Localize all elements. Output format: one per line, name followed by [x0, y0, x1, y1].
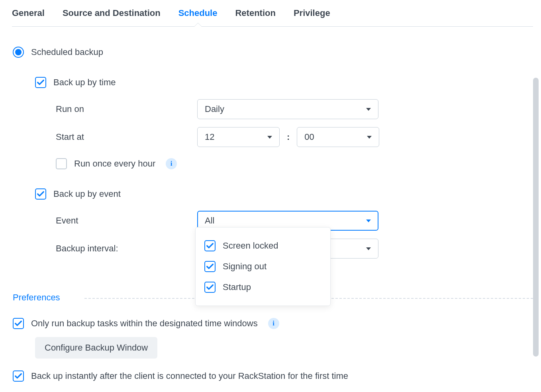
- backup-by-time-row: Back up by time: [35, 77, 533, 88]
- tab-general[interactable]: General: [12, 8, 45, 18]
- backup-by-time-checkbox[interactable]: [35, 77, 46, 88]
- info-icon[interactable]: i: [166, 158, 177, 169]
- tabs-bar: General Source and Destination Schedule …: [12, 8, 533, 27]
- event-signing-out-label: Signing out: [223, 261, 267, 272]
- event-screen-locked-checkbox[interactable]: [204, 240, 216, 251]
- scheduled-backup-label: Scheduled backup: [31, 47, 103, 57]
- check-icon: [14, 372, 23, 380]
- check-icon: [206, 283, 214, 292]
- event-dropdown-panel: Screen locked Signing out Startup: [195, 227, 331, 306]
- time-separator: :: [287, 132, 290, 142]
- run-hourly-checkbox[interactable]: [56, 158, 67, 169]
- check-icon: [36, 78, 45, 87]
- run-on-select[interactable]: Daily: [197, 99, 378, 119]
- start-hour-select[interactable]: 12: [197, 127, 280, 147]
- run-on-row: Run on Daily: [56, 99, 533, 119]
- check-icon: [206, 241, 214, 250]
- instant-backup-checkbox[interactable]: [13, 370, 24, 382]
- check-icon: [206, 262, 214, 271]
- tab-source-destination[interactable]: Source and Destination: [63, 8, 161, 18]
- event-option-screen-locked[interactable]: Screen locked: [204, 235, 321, 256]
- scheduled-backup-row: Scheduled backup: [13, 47, 533, 58]
- start-at-label: Start at: [56, 132, 197, 142]
- event-startup-label: Startup: [223, 282, 251, 292]
- time-windows-label: Only run backup tasks within the designa…: [31, 318, 258, 329]
- chevron-down-icon: [366, 247, 371, 250]
- backup-by-event-label: Back up by event: [53, 189, 121, 199]
- tab-schedule[interactable]: Schedule: [178, 8, 218, 18]
- chevron-down-icon: [367, 136, 372, 139]
- scrollbar-thumb[interactable]: [533, 78, 539, 357]
- scheduled-backup-radio[interactable]: [13, 47, 24, 58]
- start-hour-value: 12: [205, 132, 214, 142]
- backup-by-event-checkbox[interactable]: [35, 188, 46, 200]
- event-option-signing-out[interactable]: Signing out: [204, 256, 321, 277]
- run-on-value: Daily: [205, 104, 224, 114]
- info-icon[interactable]: i: [268, 318, 279, 329]
- tab-retention[interactable]: Retention: [235, 8, 275, 18]
- event-label: Event: [56, 216, 197, 226]
- run-on-label: Run on: [56, 104, 197, 114]
- instant-backup-row: Back up instantly after the client is co…: [13, 370, 533, 382]
- chevron-down-icon: [366, 108, 371, 111]
- tab-privilege[interactable]: Privilege: [294, 8, 330, 18]
- start-minute-value: 00: [304, 132, 314, 142]
- backup-by-event-row: Back up by event: [35, 188, 533, 200]
- backup-by-time-label: Back up by time: [53, 77, 116, 88]
- run-hourly-label: Run once every hour: [74, 159, 155, 169]
- instant-backup-label: Back up instantly after the client is co…: [31, 371, 348, 381]
- backup-interval-label: Backup interval:: [56, 243, 197, 254]
- start-at-row: Start at 12 : 00: [56, 127, 533, 147]
- event-startup-checkbox[interactable]: [204, 282, 216, 293]
- event-screen-locked-label: Screen locked: [223, 241, 278, 251]
- time-windows-checkbox[interactable]: [13, 318, 24, 329]
- event-option-startup[interactable]: Startup: [204, 277, 321, 298]
- time-windows-row: Only run backup tasks within the designa…: [13, 318, 533, 329]
- check-icon: [36, 190, 45, 198]
- configure-backup-window-button[interactable]: Configure Backup Window: [35, 337, 157, 359]
- start-minute-select[interactable]: 00: [297, 127, 379, 147]
- event-signing-out-checkbox[interactable]: [204, 261, 216, 272]
- chevron-down-icon: [267, 136, 272, 139]
- event-value: All: [205, 216, 214, 226]
- check-icon: [14, 319, 23, 328]
- chevron-down-icon: [366, 220, 371, 222]
- run-hourly-row: Run once every hour i: [56, 158, 533, 169]
